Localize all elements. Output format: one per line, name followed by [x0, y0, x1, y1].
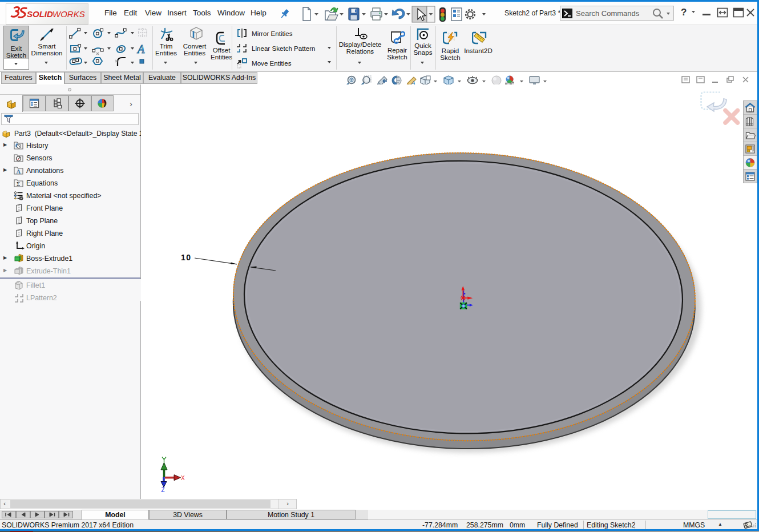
svg-text:Σ: Σ [17, 181, 20, 187]
svg-text:SOLID: SOLID [27, 9, 53, 19]
svg-text:X: X [181, 475, 185, 481]
svg-text:A: A [17, 168, 21, 175]
svg-text:Z: Z [162, 487, 165, 493]
svg-text:10: 10 [181, 253, 192, 262]
svg-text:A: A [136, 43, 145, 55]
svg-text:WORKS: WORKS [53, 9, 85, 19]
